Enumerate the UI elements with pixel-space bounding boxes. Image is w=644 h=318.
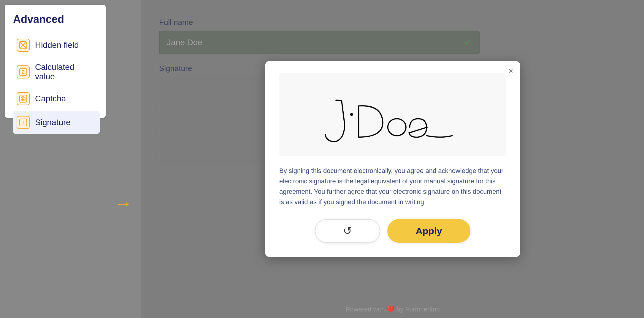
- svg-point-6: [21, 97, 25, 101]
- calculated-value-icon: Σ: [17, 65, 30, 78]
- svg-rect-5: [20, 95, 27, 102]
- footer-text: Powered with: [346, 306, 385, 313]
- svg-point-7: [22, 98, 24, 100]
- modal-overlay: × By signing this document e: [141, 0, 644, 318]
- hidden-field-label: Hidden field: [35, 40, 79, 50]
- sidebar: Advanced Hidden field Σ Calculated value: [5, 5, 106, 118]
- modal-footer: Powered with ❤️ by Formcentric: [265, 306, 520, 313]
- modal-actions: ↻ Apply: [279, 219, 506, 243]
- signature-label: Signature: [35, 118, 71, 127]
- svg-text:I: I: [23, 120, 24, 125]
- svg-point-10: [350, 113, 353, 116]
- modal-close-button[interactable]: ×: [508, 67, 513, 75]
- sidebar-item-captcha[interactable]: Captcha: [13, 87, 100, 110]
- main-content: Full name Jane Doe ✓ Signature ×: [141, 0, 644, 318]
- sidebar-item-calculated-value[interactable]: Σ Calculated value: [13, 58, 100, 86]
- apply-button[interactable]: Apply: [387, 219, 470, 243]
- reset-button[interactable]: ↻: [315, 219, 380, 243]
- svg-text:Σ: Σ: [22, 70, 25, 75]
- arrow-container: →: [106, 89, 141, 318]
- arrow-icon: →: [115, 195, 132, 212]
- sidebar-item-signature[interactable]: I Signature: [13, 111, 100, 134]
- sidebar-title: Advanced: [13, 13, 100, 26]
- signature-modal: × By signing this document e: [265, 61, 520, 257]
- signature-canvas[interactable]: [279, 73, 506, 156]
- heart-icon: ❤️: [387, 306, 396, 313]
- hidden-field-icon: [17, 39, 30, 52]
- signature-icon: I: [17, 116, 30, 129]
- calculated-value-label: Calculated value: [35, 62, 96, 81]
- legal-text: By signing this document electronically,…: [279, 166, 506, 207]
- footer-brand: by Formcentric: [396, 306, 440, 313]
- captcha-label: Captcha: [35, 94, 66, 103]
- reset-icon: ↻: [343, 225, 352, 237]
- sidebar-item-hidden-field[interactable]: Hidden field: [13, 34, 100, 56]
- svg-point-11: [388, 119, 406, 136]
- captcha-icon: [17, 92, 30, 105]
